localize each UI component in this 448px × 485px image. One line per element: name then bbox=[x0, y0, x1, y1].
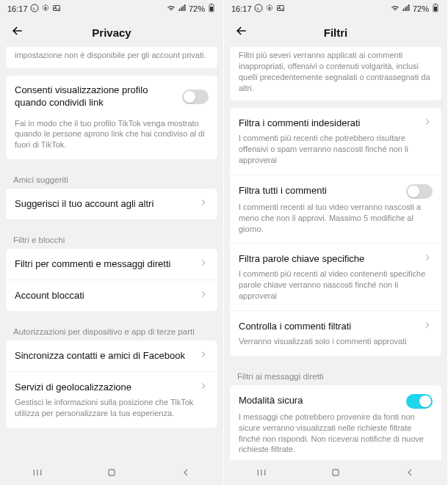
svg-point-15 bbox=[255, 4, 262, 12]
section-auth-label: Autorizzazioni per dispositivo e app di … bbox=[6, 318, 217, 340]
header: Filtri bbox=[224, 18, 447, 47]
chevron-right-icon bbox=[198, 289, 209, 302]
filter-all-row[interactable]: Filtra tutti i commenti bbox=[230, 175, 441, 202]
review-filtered-label: Controlla i commenti filtrati bbox=[239, 321, 416, 333]
suggest-account-label: Suggerisci il tuo account agli altri bbox=[15, 198, 192, 211]
filter-unwanted-label: Filtra i commenti indesiderati bbox=[239, 117, 416, 130]
review-filtered-row[interactable]: Controlla i commenti filtrati bbox=[230, 310, 441, 336]
profile-view-label: Consenti visualizzazione profilo quando … bbox=[15, 84, 176, 109]
recents-button[interactable] bbox=[32, 467, 43, 478]
battery-text: 72% bbox=[413, 4, 429, 13]
whatsapp-icon bbox=[30, 4, 39, 14]
content: impostazione non è disponibile per gli a… bbox=[0, 47, 223, 460]
blocked-accounts-row[interactable]: Account bloccati bbox=[6, 280, 217, 311]
review-filtered-desc: Verranno visualizzati solo i commenti ap… bbox=[230, 336, 441, 356]
signal-icon bbox=[402, 4, 411, 14]
back-nav-button[interactable] bbox=[404, 467, 416, 478]
geo-services-label: Servizi di geolocalizzazione bbox=[15, 382, 192, 394]
screen-filters: 16:17 72% Fil bbox=[224, 0, 448, 485]
back-button[interactable] bbox=[10, 23, 25, 41]
svg-point-16 bbox=[268, 7, 270, 10]
safe-mode-toggle[interactable] bbox=[406, 394, 433, 409]
chevron-right-icon bbox=[198, 197, 209, 211]
chevron-right-icon bbox=[198, 349, 209, 362]
section-friends-label: Amici suggeriti bbox=[6, 167, 217, 189]
gear-icon bbox=[41, 4, 50, 14]
svg-rect-24 bbox=[434, 7, 437, 11]
svg-rect-29 bbox=[333, 470, 339, 475]
safe-mode-desc: I messaggi che potrebbero provenire da f… bbox=[230, 412, 441, 460]
battery-text: 72% bbox=[189, 4, 205, 13]
geo-services-row[interactable]: Servizi di geolocalizzazione bbox=[6, 371, 217, 397]
filter-all-label: Filtra tutti i commenti bbox=[239, 185, 400, 197]
svg-rect-9 bbox=[210, 7, 213, 11]
chevron-right-icon bbox=[198, 381, 209, 394]
comment-filters-row[interactable]: Filtri per commenti e messaggi diretti bbox=[6, 249, 217, 280]
svg-rect-6 bbox=[182, 6, 184, 11]
chevron-right-icon bbox=[422, 252, 433, 266]
sync-contacts-label: Sincronizza contatti e amici di Facebook bbox=[15, 350, 192, 362]
suggest-account-row[interactable]: Suggerisci il tuo account agli altri bbox=[6, 189, 217, 219]
blocked-accounts-label: Account bloccati bbox=[15, 290, 192, 302]
geo-services-desc: Gestisci le informazioni sulla posizione… bbox=[6, 397, 217, 428]
filter-keywords-label: Filtra parole chiave specifiche bbox=[239, 253, 416, 266]
comment-filters-label: Filtri per commenti e messaggi diretti bbox=[15, 258, 192, 271]
svg-rect-7 bbox=[184, 4, 186, 11]
home-button[interactable] bbox=[106, 467, 118, 478]
image-icon bbox=[52, 4, 61, 14]
wifi-icon bbox=[391, 4, 400, 14]
section-dm-label: Filtri ai messaggi diretti bbox=[230, 363, 441, 385]
header: Privacy bbox=[0, 18, 223, 47]
filter-unwanted-row[interactable]: Filtra i commenti indesiderati bbox=[230, 108, 441, 133]
recents-button[interactable] bbox=[256, 467, 267, 478]
image-icon bbox=[276, 4, 285, 14]
battery-icon bbox=[431, 4, 440, 14]
chevron-right-icon bbox=[198, 258, 209, 271]
svg-rect-5 bbox=[181, 7, 182, 11]
profile-view-toggle[interactable] bbox=[182, 90, 209, 104]
statusbar: 16:17 72% bbox=[0, 0, 223, 18]
battery-icon bbox=[207, 4, 216, 14]
profile-view-desc: Fai in modo che il tuo profilo TikTok ve… bbox=[6, 118, 217, 160]
filter-keywords-desc: I commenti più recenti al video contenen… bbox=[230, 269, 441, 310]
screen-privacy: 16:17 72% Pri bbox=[0, 0, 224, 485]
page-title: Privacy bbox=[0, 26, 223, 39]
svg-point-0 bbox=[31, 4, 38, 12]
gear-icon bbox=[265, 4, 274, 14]
back-button[interactable] bbox=[234, 23, 249, 41]
content: Filtri più severi verranno applicati ai … bbox=[224, 47, 447, 460]
whatsapp-icon bbox=[254, 4, 263, 14]
profile-view-card: Consenti visualizzazione profilo quando … bbox=[6, 76, 217, 159]
profile-view-toggle-row[interactable]: Consenti visualizzazione profilo quando … bbox=[6, 76, 217, 118]
filter-unwanted-desc: I commenti più recenti che potrebbero ri… bbox=[230, 133, 441, 175]
home-button[interactable] bbox=[330, 467, 342, 478]
signal-icon bbox=[178, 4, 187, 14]
section-filters-label: Filtri e blocchi bbox=[6, 227, 217, 249]
back-nav-button[interactable] bbox=[180, 467, 192, 478]
svg-rect-21 bbox=[406, 6, 408, 11]
safe-mode-row[interactable]: Modalità sicura bbox=[230, 385, 441, 412]
chevron-right-icon bbox=[422, 320, 433, 333]
svg-rect-4 bbox=[178, 9, 180, 11]
intro-text-cut: impostazione non è disponibile per gli a… bbox=[6, 47, 217, 68]
android-navbar bbox=[224, 460, 447, 485]
svg-rect-10 bbox=[211, 4, 212, 4]
status-time: 16:17 bbox=[7, 4, 28, 13]
page-title: Filtri bbox=[224, 26, 447, 39]
status-time: 16:17 bbox=[231, 4, 252, 13]
svg-rect-25 bbox=[435, 4, 436, 4]
chevron-right-icon bbox=[422, 117, 433, 130]
sync-contacts-row[interactable]: Sincronizza contatti e amici di Facebook bbox=[6, 340, 217, 371]
filter-all-toggle[interactable] bbox=[406, 184, 433, 199]
svg-point-1 bbox=[44, 7, 46, 10]
android-navbar bbox=[0, 460, 223, 485]
statusbar: 16:17 72% bbox=[224, 0, 447, 18]
svg-rect-19 bbox=[402, 9, 404, 11]
filter-keywords-row[interactable]: Filtra parole chiave specifiche bbox=[230, 243, 441, 269]
intro-text-cut: Filtri più severi verranno applicati ai … bbox=[230, 47, 441, 101]
safe-mode-label: Modalità sicura bbox=[239, 395, 400, 407]
svg-rect-20 bbox=[405, 7, 406, 11]
svg-rect-22 bbox=[408, 4, 410, 11]
wifi-icon bbox=[167, 4, 176, 14]
filter-all-desc: I commenti recenti al tuo video verranno… bbox=[230, 202, 441, 244]
